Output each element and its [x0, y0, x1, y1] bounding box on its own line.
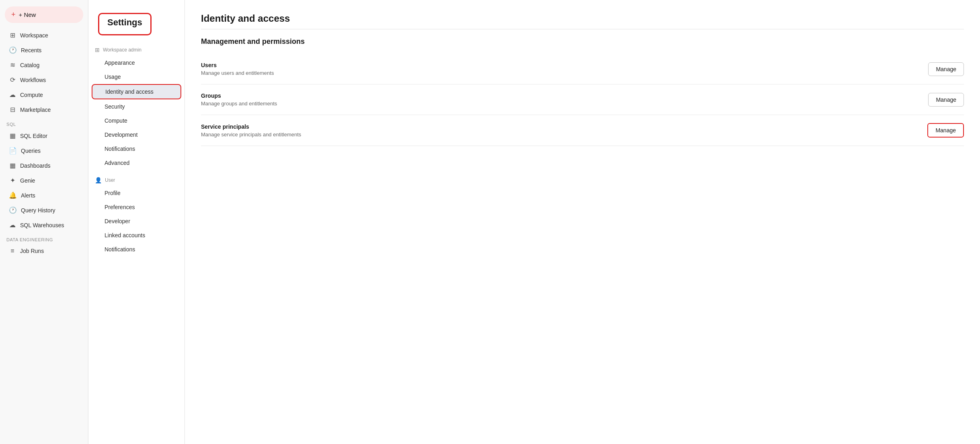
sidebar-label-sql-warehouses: SQL Warehouses	[20, 222, 64, 228]
groups-desc: Manage groups and entitlements	[201, 101, 277, 107]
query-history-icon: 🕐	[9, 206, 17, 214]
sidebar-item-queries[interactable]: 📄 Queries	[2, 144, 86, 158]
groups-info: Groups Manage groups and entitlements	[201, 92, 277, 107]
sidebar-item-workflows[interactable]: ⟳ Workflows	[2, 73, 86, 87]
sql-section-label: SQL	[0, 117, 88, 128]
user-section-label: User	[105, 177, 115, 183]
page-title: Identity and access	[201, 13, 964, 24]
settings-item-linked-accounts[interactable]: Linked accounts	[92, 228, 181, 242]
sidebar-label-workflows: Workflows	[20, 77, 46, 83]
settings-item-identity-access[interactable]: Identity and access	[92, 84, 181, 99]
settings-label-notifications-user: Notifications	[105, 246, 135, 253]
settings-label-developer: Developer	[105, 218, 130, 224]
settings-label-profile: Profile	[105, 190, 121, 196]
new-button-label: + New	[19, 11, 36, 18]
main-content: Identity and access Management and permi…	[185, 0, 980, 444]
catalog-icon: ≋	[9, 61, 16, 69]
sidebar-label-recents: Recents	[21, 47, 41, 53]
settings-label-linked-accounts: Linked accounts	[105, 232, 145, 238]
sidebar-item-catalog[interactable]: ≋ Catalog	[2, 58, 86, 72]
sidebar-label-job-runs: Job Runs	[20, 248, 44, 254]
service-principals-row: Service principals Manage service princi…	[201, 115, 964, 146]
workspace-admin-section: ⊞ Workspace admin	[88, 43, 185, 56]
users-manage-button[interactable]: Manage	[928, 62, 964, 76]
sidebar-item-compute[interactable]: ☁ Compute	[2, 88, 86, 102]
user-section: 👤 User	[88, 174, 185, 186]
job-runs-icon: ≡	[9, 247, 16, 255]
settings-item-advanced[interactable]: Advanced	[92, 156, 181, 170]
service-principals-info: Service principals Manage service princi…	[201, 123, 301, 138]
workspace-admin-label: Workspace admin	[103, 47, 141, 53]
sql-warehouses-icon: ☁	[9, 221, 16, 229]
compute-icon: ☁	[9, 91, 16, 99]
sidebar-item-sql-editor[interactable]: ▦ SQL Editor	[2, 129, 86, 143]
sidebar-item-genie[interactable]: ✦ Genie	[2, 173, 86, 187]
users-row: Users Manage users and entitlements Mana…	[201, 54, 964, 84]
sidebar-item-job-runs[interactable]: ≡ Job Runs	[2, 244, 86, 258]
recents-icon: 🕐	[9, 46, 17, 54]
settings-label-compute: Compute	[105, 117, 127, 124]
groups-title: Groups	[201, 92, 277, 99]
settings-label-appearance: Appearance	[105, 60, 135, 66]
settings-title: Settings	[98, 13, 152, 35]
settings-item-developer[interactable]: Developer	[92, 214, 181, 228]
settings-label-identity-access: Identity and access	[105, 88, 154, 95]
settings-item-preferences[interactable]: Preferences	[92, 200, 181, 214]
sidebar-label-queries: Queries	[21, 148, 41, 154]
sidebar-label-alerts: Alerts	[21, 192, 35, 199]
sidebar-label-query-history: Query History	[21, 207, 55, 214]
sidebar-label-genie: Genie	[20, 177, 35, 184]
user-section-icon: 👤	[95, 177, 102, 183]
service-principals-title: Service principals	[201, 123, 301, 130]
dashboards-icon: ▦	[9, 162, 16, 169]
sidebar-label-compute: Compute	[20, 92, 43, 98]
alerts-icon: 🔔	[9, 191, 17, 199]
settings-panel: Settings ⊞ Workspace admin Appearance Us…	[88, 0, 185, 444]
service-principals-manage-button[interactable]: Manage	[927, 123, 964, 138]
service-principals-desc: Manage service principals and entitlemen…	[201, 132, 301, 138]
sidebar-label-workspace: Workspace	[20, 32, 48, 39]
settings-item-usage[interactable]: Usage	[92, 70, 181, 84]
new-button[interactable]: + + New	[5, 6, 83, 23]
sidebar-label-marketplace: Marketplace	[20, 107, 51, 113]
marketplace-icon: ⊟	[9, 106, 16, 113]
settings-label-notifications: Notifications	[105, 146, 135, 152]
sidebar-item-workspace[interactable]: ⊞ Workspace	[2, 28, 86, 42]
users-desc: Manage users and entitlements	[201, 70, 274, 76]
sidebar-label-dashboards: Dashboards	[20, 162, 51, 169]
settings-label-preferences: Preferences	[105, 204, 135, 210]
groups-row: Groups Manage groups and entitlements Ma…	[201, 84, 964, 115]
settings-item-appearance[interactable]: Appearance	[92, 56, 181, 70]
settings-item-notifications[interactable]: Notifications	[92, 142, 181, 156]
sidebar-item-alerts[interactable]: 🔔 Alerts	[2, 188, 86, 202]
data-eng-section-label: Data Engineering	[0, 232, 88, 244]
users-info: Users Manage users and entitlements	[201, 62, 274, 76]
groups-manage-button[interactable]: Manage	[928, 93, 964, 107]
workflows-icon: ⟳	[9, 76, 16, 84]
queries-icon: 📄	[9, 147, 17, 154]
settings-item-development[interactable]: Development	[92, 128, 181, 142]
settings-item-notifications-user[interactable]: Notifications	[92, 243, 181, 256]
sql-editor-icon: ▦	[9, 132, 16, 140]
settings-label-development: Development	[105, 132, 138, 138]
settings-label-advanced: Advanced	[105, 160, 129, 166]
sidebar-item-recents[interactable]: 🕐 Recents	[2, 43, 86, 57]
settings-item-compute[interactable]: Compute	[92, 114, 181, 127]
settings-item-security[interactable]: Security	[92, 100, 181, 113]
left-sidebar: + + New ⊞ Workspace 🕐 Recents ≋ Catalog …	[0, 0, 88, 444]
genie-icon: ✦	[9, 177, 16, 184]
users-title: Users	[201, 62, 274, 68]
sidebar-item-dashboards[interactable]: ▦ Dashboards	[2, 158, 86, 173]
section-heading: Management and permissions	[201, 37, 964, 46]
settings-item-profile[interactable]: Profile	[92, 186, 181, 200]
sidebar-item-marketplace[interactable]: ⊟ Marketplace	[2, 103, 86, 117]
sidebar-item-query-history[interactable]: 🕐 Query History	[2, 203, 86, 217]
sidebar-label-sql-editor: SQL Editor	[20, 133, 47, 139]
plus-icon: +	[11, 10, 16, 19]
sidebar-label-catalog: Catalog	[20, 62, 39, 68]
workspace-icon: ⊞	[9, 31, 16, 39]
settings-label-usage: Usage	[105, 74, 121, 80]
title-divider	[201, 29, 964, 29]
sidebar-item-sql-warehouses[interactable]: ☁ SQL Warehouses	[2, 218, 86, 232]
workspace-admin-icon: ⊞	[95, 47, 100, 53]
